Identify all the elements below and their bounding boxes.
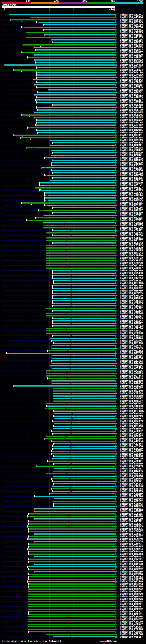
- alignment-bar[interactable]: [27, 548, 115, 550]
- hit-label[interactable]: UniRef100_D0CLZ0: [120, 71, 143, 74]
- alignment-bar[interactable]: [49, 493, 115, 494]
- alignment-bar[interactable]: [52, 172, 115, 174]
- alignment-bar[interactable]: [36, 87, 115, 88]
- alignment-bar[interactable]: [53, 506, 115, 507]
- alignment-bar[interactable]: [34, 518, 115, 520]
- alignment-bar[interactable]: [51, 441, 115, 442]
- alignment-bar[interactable]: [50, 140, 115, 141]
- alignment-bar[interactable]: [51, 162, 115, 163]
- alignment-bar[interactable]: [52, 300, 115, 301]
- alignment-bar[interactable]: [51, 165, 115, 166]
- alignment-bar[interactable]: [21, 27, 115, 28]
- alignment-bar[interactable]: [34, 511, 115, 512]
- alignment-bar[interactable]: [28, 579, 115, 580]
- alignment-bar[interactable]: [28, 629, 115, 630]
- alignment-bar[interactable]: [53, 503, 115, 504]
- alignment-bar[interactable]: [52, 310, 115, 312]
- alignment-bar[interactable]: [52, 486, 115, 487]
- alignment-bar[interactable]: [28, 616, 115, 617]
- alignment-bar[interactable]: [52, 380, 115, 382]
- alignment-bar[interactable]: [21, 202, 115, 204]
- alignment-bar[interactable]: [52, 491, 115, 492]
- alignment-bar[interactable]: [27, 127, 115, 128]
- alignment-bar[interactable]: [28, 624, 115, 625]
- alignment-bar[interactable]: [28, 524, 115, 524]
- alignment-bar[interactable]: [52, 453, 115, 454]
- hit-label[interactable]: UniRef100_C2ZB78: [120, 310, 143, 312]
- alignment-bar[interactable]: [36, 217, 115, 218]
- alignment-bar[interactable]: [34, 117, 115, 118]
- hit-label[interactable]: UniRef100_O78327: [120, 187, 143, 189]
- hit-label[interactable]: UniRef100_Q6F1B7: [120, 636, 143, 638]
- alignment-bar[interactable]: [34, 94, 115, 96]
- hit-label[interactable]: UniRef100_Q9KAD7: [120, 435, 143, 438]
- alignment-bar[interactable]: [53, 400, 115, 402]
- alignment-bar[interactable]: [33, 79, 115, 80]
- alignment-bar[interactable]: [52, 104, 115, 106]
- alignment-bar[interactable]: [52, 323, 115, 324]
- alignment-bar[interactable]: [28, 588, 115, 590]
- alignment-bar[interactable]: [27, 538, 115, 540]
- alignment-bar[interactable]: [28, 584, 115, 584]
- alignment-bar[interactable]: [36, 97, 115, 98]
- alignment-bar[interactable]: [52, 320, 115, 322]
- alignment-bar[interactable]: [11, 19, 115, 20]
- alignment-bar[interactable]: [53, 42, 115, 43]
- hit-label[interactable]: UniRef100_Q01LW1: [120, 184, 143, 187]
- alignment-bar[interactable]: [35, 49, 115, 50]
- alignment-bar[interactable]: [28, 591, 115, 592]
- alignment-bar[interactable]: [36, 120, 115, 120]
- hit-label[interactable]: UniRef100_A8YNI2: [120, 74, 143, 76]
- alignment-bar[interactable]: [28, 531, 115, 532]
- alignment-bar[interactable]: [53, 443, 115, 444]
- alignment-bar[interactable]: [28, 521, 115, 522]
- alignment-bar[interactable]: [34, 54, 115, 56]
- alignment-bar[interactable]: [36, 22, 115, 23]
- alignment-bar[interactable]: [28, 601, 115, 602]
- alignment-bar[interactable]: [4, 64, 115, 66]
- hit-label[interactable]: UniRef100_C2XXB7: [120, 314, 143, 317]
- alignment-bar[interactable]: [35, 100, 115, 100]
- alignment-bar[interactable]: [39, 182, 115, 184]
- alignment-bar[interactable]: [28, 611, 115, 612]
- alignment-bar[interactable]: [51, 150, 115, 151]
- alignment-bar[interactable]: [35, 187, 115, 188]
- alignment-bar[interactable]: [34, 84, 115, 86]
- alignment-bar[interactable]: [28, 554, 115, 555]
- hit-label[interactable]: UniRef100_C3A972: [120, 307, 143, 310]
- alignment-bar[interactable]: [54, 423, 115, 424]
- hit-label[interactable]: UniRef100_A2BYZ4: [120, 194, 143, 197]
- alignment-bar[interactable]: [52, 142, 115, 143]
- alignment-bar[interactable]: [34, 541, 115, 542]
- alignment-bar[interactable]: [52, 278, 115, 279]
- alignment-bar[interactable]: [46, 258, 115, 258]
- alignment-bar[interactable]: [53, 636, 115, 637]
- hit-label[interactable]: UniRef100_Q03MC0: [120, 573, 143, 576]
- alignment-bar[interactable]: [44, 192, 115, 194]
- hit-label[interactable]: UniRef100_A2XR63: [120, 189, 143, 192]
- alignment-bar[interactable]: [53, 476, 115, 477]
- alignment-bar[interactable]: [34, 534, 115, 534]
- alignment-bar[interactable]: [46, 237, 115, 238]
- alignment-bar[interactable]: [52, 448, 115, 449]
- alignment-bar[interactable]: [51, 488, 115, 489]
- alignment-bar[interactable]: [44, 157, 115, 158]
- alignment-bar[interactable]: [52, 451, 115, 452]
- alignment-bar[interactable]: [52, 275, 115, 276]
- alignment-bar[interactable]: [28, 604, 115, 605]
- hit-label[interactable]: UniRef100_A9WD77: [120, 450, 143, 452]
- alignment-bar[interactable]: [52, 295, 115, 296]
- alignment-bar[interactable]: [52, 207, 115, 208]
- alignment-bar[interactable]: [45, 34, 115, 36]
- alignment-bar[interactable]: [52, 348, 115, 349]
- hit-label[interactable]: UniRef100_B4S4M0: [120, 560, 143, 563]
- alignment-bar[interactable]: [44, 205, 115, 206]
- alignment-bar[interactable]: [54, 426, 115, 427]
- alignment-bar[interactable]: [46, 265, 115, 266]
- alignment-bar[interactable]: [36, 122, 115, 123]
- alignment-bar[interactable]: [46, 268, 115, 269]
- alignment-bar[interactable]: [36, 77, 115, 78]
- alignment-bar[interactable]: [28, 574, 115, 575]
- alignment-bar[interactable]: [52, 481, 115, 482]
- alignment-bar[interactable]: [47, 350, 115, 351]
